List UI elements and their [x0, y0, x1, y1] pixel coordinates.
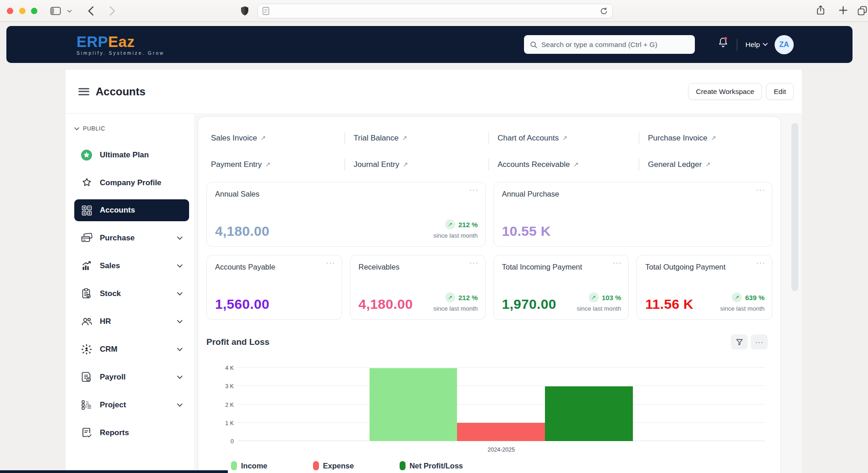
- sidebar-section-label: PUBLIC: [83, 125, 105, 132]
- chevron-down-icon[interactable]: [177, 403, 183, 407]
- card-menu-icon[interactable]: ···: [756, 186, 765, 194]
- chevron-down-icon: [74, 127, 79, 130]
- card-value: 10.55 K: [502, 224, 551, 239]
- chevron-down-icon[interactable]: [177, 236, 183, 240]
- card-menu-icon[interactable]: ···: [469, 186, 478, 194]
- sidebar-item-label: Payroll: [100, 373, 126, 382]
- external-link-icon: ↗: [402, 134, 407, 141]
- address-bar[interactable]: [257, 4, 613, 18]
- card-menu-icon[interactable]: ···: [469, 259, 478, 267]
- sidebar-item-hr[interactable]: HR: [74, 307, 189, 335]
- sidebar-item-stock[interactable]: Stock: [74, 280, 189, 307]
- card-annual-sales: Annual Sales ··· 4,180.00 ↗212 % since l…: [206, 182, 486, 247]
- shortcut-chart-of-accounts[interactable]: Chart of Accounts↗: [498, 134, 568, 143]
- chevron-down-icon[interactable]: [177, 264, 183, 268]
- sidebar-item-company-profile[interactable]: Company Profile: [74, 169, 189, 197]
- chart-bar-expense[interactable]: [457, 423, 545, 441]
- shortcut-accounts-receivable[interactable]: Accounts Receivable↗: [498, 160, 579, 169]
- filter-button[interactable]: [731, 334, 748, 349]
- edit-button[interactable]: Edit: [766, 83, 794, 100]
- help-menu[interactable]: Help: [745, 26, 768, 63]
- chart-legend: Income Expense Net Profit/Loss: [206, 461, 772, 470]
- chevron-down-icon: [763, 43, 768, 46]
- sidebar-item-project[interactable]: Project: [74, 391, 189, 419]
- shortcut-sales-invoice[interactable]: Sales Invoice↗: [211, 134, 266, 143]
- sidebar-item-ultimate-plan[interactable]: Ultimate Plan: [74, 141, 189, 169]
- legend-item-net-profit-loss: Net Profit/Loss: [400, 461, 463, 470]
- shortcut-label: Journal Entry: [354, 160, 399, 169]
- screen: ERPEaz Simplify. Systemize. Grow Help ZA…: [0, 0, 868, 473]
- card-menu-icon[interactable]: ···: [613, 259, 622, 267]
- sidebar-item-reports[interactable]: Reports: [74, 419, 189, 447]
- card-title: Annual Sales: [215, 190, 477, 198]
- chevron-down-icon[interactable]: [177, 348, 183, 351]
- chevron-down-icon[interactable]: [177, 292, 183, 296]
- avatar-initials: ZA: [779, 41, 789, 49]
- card-menu-icon[interactable]: ···: [756, 259, 765, 267]
- chevron-down-icon[interactable]: [177, 375, 183, 379]
- sidebar-item-label: HR: [100, 317, 111, 326]
- shortcut-journal-entry[interactable]: Journal Entry↗: [354, 160, 408, 169]
- workspace-menu-icon[interactable]: [78, 88, 89, 95]
- net-profit-loss-swatch: [400, 461, 406, 470]
- window-minimize-button[interactable]: [19, 8, 26, 14]
- card-annual-purchase: Annual Purchase ··· 10.55 K: [493, 182, 773, 247]
- chart-menu-button[interactable]: ···: [751, 334, 768, 349]
- y-axis-tick-label: 0: [214, 438, 234, 445]
- app-header: ERPEaz Simplify. Systemize. Grow Help ZA: [6, 26, 853, 63]
- refresh-icon[interactable]: [600, 7, 608, 15]
- card-title: Accounts Payable: [215, 263, 334, 271]
- create-workspace-button[interactable]: Create Workspace: [688, 83, 762, 100]
- legend-label: Net Profit/Loss: [410, 462, 463, 470]
- shortcut-purchase-invoice[interactable]: Purchase Invoice↗: [648, 134, 716, 143]
- shortcut-payment-entry[interactable]: Payment Entry↗: [211, 160, 271, 169]
- shortcut-general-ledger[interactable]: General Ledger↗: [648, 160, 710, 169]
- card-delta: ↗639 % since last month: [720, 292, 765, 312]
- sidebar-item-sales[interactable]: Sales: [74, 252, 189, 280]
- chevron-down-icon[interactable]: [177, 320, 183, 323]
- header-divider: [737, 39, 737, 51]
- browser-toolbar: [0, 0, 868, 22]
- shortcut-links: Sales Invoice↗ Trial Balance↗ Chart of A…: [206, 125, 772, 178]
- sidebar-item-label: Accounts: [100, 206, 135, 215]
- notification-bell-icon[interactable]: [717, 36, 729, 51]
- window-close-button[interactable]: [7, 8, 13, 14]
- chart-bar-net-profit-loss[interactable]: [545, 386, 633, 441]
- gridline: [237, 367, 765, 368]
- sidebar-item-accounts[interactable]: Accounts: [74, 199, 189, 221]
- logo-primary: ERP: [77, 33, 108, 50]
- legend-label: Income: [241, 462, 267, 470]
- credit-card-icon: [81, 233, 92, 243]
- sales-chart-icon: [81, 260, 92, 271]
- shortcut-label: Accounts Receivable: [498, 160, 570, 169]
- external-link-icon: ↗: [403, 161, 408, 168]
- sidebar-item-label: Ultimate Plan: [100, 151, 149, 160]
- avatar[interactable]: ZA: [775, 35, 794, 54]
- delta-note: since last month: [433, 232, 478, 239]
- global-search[interactable]: [524, 35, 695, 54]
- workspace-title-row: Accounts Create Workspace Edit: [66, 70, 802, 113]
- card-value: 4,180.00: [359, 296, 413, 312]
- kanban-icon: [81, 400, 92, 410]
- card-title: Receivables: [359, 263, 477, 271]
- search-input[interactable]: [541, 41, 689, 49]
- window-zoom-button[interactable]: [31, 8, 37, 14]
- sidebar-item-purchase[interactable]: Purchase: [74, 224, 189, 252]
- sidebar-section-public[interactable]: PUBLIC: [74, 125, 194, 132]
- card-menu-icon[interactable]: ···: [326, 259, 335, 267]
- chart-bar-income[interactable]: [370, 368, 457, 441]
- page-background: ERPEaz Simplify. Systemize. Grow Help ZA…: [0, 22, 868, 473]
- report-doc-icon: [81, 427, 92, 438]
- sidebar-item-label: Reports: [100, 428, 129, 437]
- shortcut-trial-balance[interactable]: Trial Balance↗: [354, 134, 407, 143]
- gridline: [237, 404, 765, 405]
- sidebar-item-payroll[interactable]: $ Payroll: [74, 363, 189, 391]
- sidebar-item-crm[interactable]: CRM: [74, 335, 189, 363]
- sidebar-item-label: Stock: [100, 289, 121, 298]
- card-total-outgoing-payment: Total Outgoing Payment ··· 11.56 K ↗639 …: [637, 255, 772, 320]
- delta-percent: 212 %: [458, 294, 478, 301]
- url-input[interactable]: [273, 8, 596, 15]
- trend-up-icon: ↗: [732, 292, 742, 302]
- delta-percent: 103 %: [602, 294, 621, 301]
- scrollbar-thumb[interactable]: [791, 123, 798, 291]
